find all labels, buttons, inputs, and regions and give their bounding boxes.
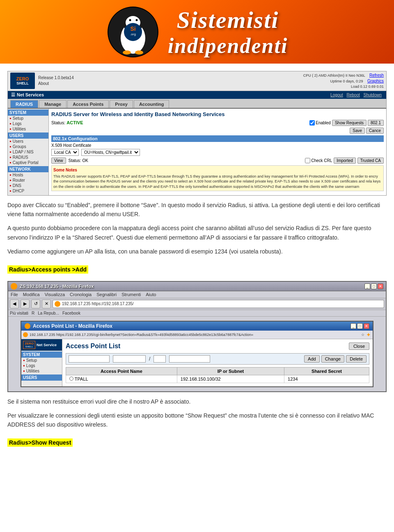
sidebar-item-radius[interactable]: RADIUS — [8, 155, 48, 160]
ap-action-buttons: Add Change Delete — [304, 355, 367, 363]
bookmark-r[interactable]: R — [32, 311, 34, 315]
bookmark-visited[interactable]: Più visitati — [10, 311, 28, 315]
ip-input[interactable] — [113, 355, 146, 363]
graphics-link[interactable]: Graphics — [367, 79, 384, 83]
sidebar-item-dns[interactable]: DNS — [8, 183, 48, 188]
refresh-link[interactable]: Refresh — [369, 73, 384, 78]
bullet-icon: ● — [23, 358, 25, 362]
ff-back-button[interactable]: ◀ — [10, 299, 19, 308]
ff-reload-button[interactable]: ↺ — [31, 299, 40, 308]
check-crl-label: Check CRL — [305, 158, 332, 163]
secret-input[interactable] — [169, 355, 210, 363]
sidebar-item-setup[interactable]: Setup — [8, 116, 48, 121]
sidebar-item-users[interactable]: Users — [8, 139, 48, 144]
sidebar-item-hosts[interactable]: Hosts — [8, 172, 48, 178]
ap-row-name: TPALL — [66, 375, 177, 383]
trusted-ca-button[interactable]: Trusted CA — [357, 158, 384, 164]
tab-accounting[interactable]: Accounting — [134, 100, 170, 108]
ff-address-text: 192.168.17.235 https://192.168.17.235/ — [62, 301, 382, 306]
menu-visualizza[interactable]: Visualizza — [45, 292, 65, 297]
menu-file[interactable]: File — [11, 292, 18, 297]
view-left: View Status: OK — [51, 158, 88, 164]
zeroshell-screenshot: ZERO SHELL Release 1.0.beta14 About CPU … — [7, 71, 387, 196]
ap-close-button[interactable]: Close — [349, 342, 369, 350]
popup-close-button[interactable]: ✕ — [364, 323, 369, 329]
zs-page-title: RADIUS Server for Wireless and Identity … — [51, 111, 384, 117]
subnet-input[interactable] — [153, 355, 166, 363]
ap-delete-button[interactable]: Delete — [346, 355, 367, 363]
logout-link[interactable]: Logout — [330, 93, 343, 97]
status-ok-text: Status: OK — [69, 158, 88, 163]
popup-url-text: 192.168.17.235 https://192.168.17.235/cg… — [30, 333, 253, 337]
popup-sidebar-utilities[interactable]: ● Utilities — [21, 368, 62, 374]
imported-button[interactable]: Imported — [334, 158, 355, 164]
tab-proxy[interactable]: Proxy — [110, 100, 133, 108]
svg-point-7 — [129, 19, 131, 21]
status-buttons: Enabled Show Requests 802.1 — [309, 120, 384, 126]
sidebar-item-router[interactable]: Router — [8, 178, 48, 183]
save-button[interactable]: Save — [350, 128, 365, 134]
cn-select[interactable]: OU=Hosts, CN=gwiftpail.it — [81, 149, 140, 156]
save-cancel-row: Save Cance — [51, 128, 384, 134]
menu-strumenti[interactable]: Strumenti — [121, 292, 141, 297]
zs-logo-area: ZERO SHELL Release 1.0.beta14 About — [10, 73, 74, 89]
popup-body: ZERO SHELL Net Service SYSTEM ● Setup — [21, 339, 373, 386]
ff-address-bar[interactable]: 192.168.17.235 https://192.168.17.235/ — [53, 300, 384, 308]
ap-name-input[interactable] — [69, 355, 110, 363]
banner-text-area: Sistemisti indipendenti — [168, 6, 288, 58]
bookmark-facebook[interactable]: Facebook — [62, 311, 80, 315]
sidebar-item-logs[interactable]: Logs — [8, 121, 48, 126]
ff-close-button[interactable]: ✕ — [378, 283, 383, 289]
tab-manage[interactable]: Manage — [39, 100, 66, 108]
release-text: Release 1.0.beta14 — [38, 75, 74, 81]
menu-modifica[interactable]: Modifica — [23, 292, 40, 297]
shutdown-link[interactable]: Shutdown — [364, 93, 382, 97]
sidebar-item-groups[interactable]: Groups — [8, 144, 48, 149]
menu-segnalibri[interactable]: Segnalibri — [96, 292, 117, 297]
tab-radius[interactable]: RADIUS — [10, 100, 38, 108]
sidebar-item-captive[interactable]: Captive Portal — [8, 160, 48, 165]
main-content-area: ZERO SHELL Release 1.0.beta14 About CPU … — [0, 64, 394, 455]
bookmark-repub[interactable]: La Repub... — [38, 311, 59, 315]
ff-minimize-button[interactable]: _ — [364, 283, 370, 289]
firefox-window: ZS:192.168.17.235 - Mozilla Firefox _ □ … — [7, 281, 387, 392]
popup-sidebar-logs[interactable]: ● Logs — [21, 363, 62, 368]
btn-802[interactable]: 802.1 — [368, 120, 384, 126]
popup-sidebar-setup[interactable]: ● Setup — [21, 358, 62, 363]
status-label: Status: — [51, 120, 65, 125]
cancel-button[interactable]: Cance — [366, 128, 384, 134]
about-link[interactable]: About — [38, 81, 49, 86]
popup-minimize-button[interactable]: _ — [350, 323, 356, 329]
menu-aiuto[interactable]: Aiuto — [146, 292, 156, 297]
svg-text:.org: .org — [130, 32, 136, 36]
popup-sidebar: ZERO SHELL Net Service SYSTEM ● Setup — [21, 339, 62, 386]
sidebar-item-ldap[interactable]: LDAP / NIS — [8, 149, 48, 155]
reboot-link[interactable]: Reboot — [346, 93, 360, 97]
table-row: TPALL 192.168.150.100/32 1234 — [66, 375, 369, 383]
ff-stop-button[interactable]: ✕ — [42, 299, 51, 308]
enabled-checkbox[interactable] — [309, 120, 315, 126]
logo-shell: SHELL — [16, 81, 29, 85]
sidebar-item-dhcp[interactable]: DHCP — [8, 188, 48, 194]
load-line: Load 0.12 0.69 0.01 — [303, 84, 384, 89]
cpu-line: CPU ( 2) AMD Athlon(tm) II Neo N36L Refr… — [303, 73, 384, 78]
tab-access-points[interactable]: Access Points — [67, 100, 109, 108]
popup-page-title: Access Point List — [66, 342, 120, 350]
menu-cronologia[interactable]: Cronologia — [70, 292, 92, 297]
ap-add-button[interactable]: Add — [304, 355, 320, 363]
ap-change-button[interactable]: Change — [321, 355, 345, 363]
ff-forward-button[interactable]: ▶ — [21, 299, 30, 308]
show-requests-button[interactable]: Show Requests — [332, 120, 367, 126]
local-ca-select[interactable]: Local CA — [51, 149, 79, 156]
popup-sidebar-system: SYSTEM — [21, 352, 62, 358]
sidebar-section-network: NETWORK — [8, 166, 48, 172]
zs-release-info: Release 1.0.beta14 About — [38, 75, 74, 87]
popup-header: Access Point List Close — [66, 342, 369, 350]
sidebar-item-utilities[interactable]: Utilities — [8, 126, 48, 132]
view-button[interactable]: View — [51, 158, 66, 164]
zs-main-panel: RADIUS Server for Wireless and Identity … — [49, 109, 386, 195]
popup-maximize-button[interactable]: □ — [357, 323, 363, 329]
check-crl-checkbox[interactable] — [305, 158, 310, 163]
popup-addon-icon: ✦ — [366, 331, 371, 338]
ff-maximize-button[interactable]: □ — [371, 283, 377, 289]
